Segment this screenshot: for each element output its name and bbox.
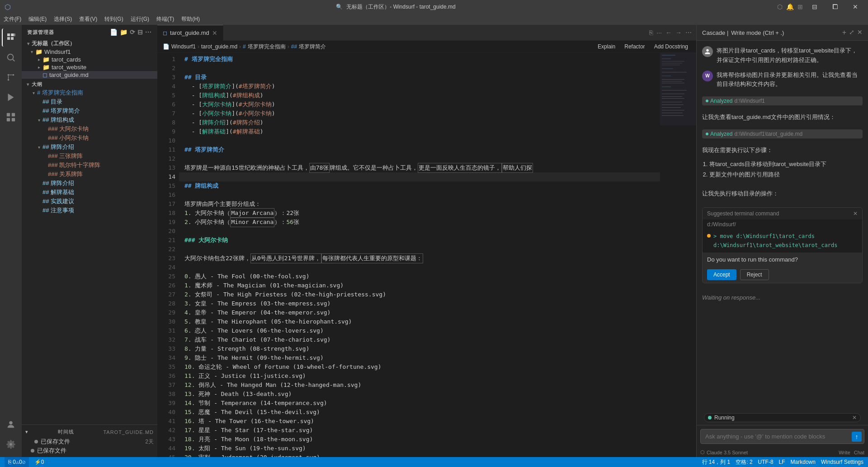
timeline-header[interactable]: ▾ 时间线 tarot_guide.md [22, 427, 157, 437]
outline-relation-item[interactable]: ### 关系牌阵 [22, 170, 157, 179]
menu-run[interactable]: 运行(G) [127, 14, 153, 24]
outline-deck-item[interactable]: ▾ ## 牌阵介绍 [22, 143, 157, 152]
collapse-icon[interactable]: ⊟ [137, 29, 143, 36]
remote-status[interactable]: ⎘ 0△0⊘ [5, 457, 29, 467]
explain-button[interactable]: Explain [595, 43, 618, 51]
menu-help[interactable]: 帮助(H) [178, 14, 203, 24]
ln29: 29 [161, 308, 175, 317]
activity-search[interactable] [2, 48, 20, 67]
running-close[interactable]: ✕ [852, 415, 857, 421]
refactor-button[interactable]: Refactor [622, 43, 647, 51]
indent-size[interactable]: 空格: 2 [736, 458, 752, 466]
ai-message-2-text: 让我先查看tarot_guide.md文件中的图片引用情况： [702, 113, 863, 122]
cmd-close-icon[interactable]: ✕ [853, 210, 858, 217]
menu-edit[interactable]: 编辑(E) [25, 14, 50, 24]
outline-section-header[interactable]: ▾ 大纲 [22, 81, 157, 88]
tab-tarot-guide[interactable]: ◻ tarot_guide.md ✕ [157, 25, 223, 41]
reject-button[interactable]: Reject [740, 269, 769, 280]
tarot-cards-icon: 📁 [42, 56, 50, 63]
activity-run[interactable] [2, 88, 20, 106]
ai-panel-header: Cascade | Write mode (Ctrl + .) + ⤢ ✕ [697, 25, 868, 41]
menu-terminal[interactable]: 终端(T) [153, 14, 178, 24]
tab-options-icon[interactable]: ⋯ [684, 28, 693, 37]
outline-structure-item[interactable]: ▾ ## 牌组构成 [22, 115, 157, 124]
user-avatar [702, 46, 713, 57]
write-mode-label[interactable]: Write mode (Ctrl + .) [731, 29, 784, 36]
outline-card-item[interactable]: ## 牌阵介绍 [22, 179, 157, 188]
split-editor-icon[interactable]: ⎘ [648, 28, 654, 37]
chat-mode-footer[interactable]: Chat [854, 450, 864, 455]
timeline-item-1[interactable]: 已保存文件 2天 [22, 437, 157, 446]
ln20: 20 [161, 227, 175, 236]
activity-source-control[interactable] [2, 68, 20, 86]
accept-button[interactable]: Accept [707, 269, 736, 280]
outline-major-item[interactable]: ### 大阿尔卡纳 [22, 124, 157, 133]
ai-send-button[interactable]: ↑ [852, 432, 862, 442]
workspace-label: 无标题（工作区） [32, 40, 75, 48]
outline-practice-item[interactable]: ## 实践建议 [22, 197, 157, 206]
workspace-arrow: ▾ [25, 41, 31, 46]
more-icon[interactable]: ··· [656, 28, 663, 37]
add-docstring-button[interactable]: Add Docstring [651, 43, 691, 51]
tree-item-tarot-website[interactable]: ▸ 📁 tarot_website [22, 63, 157, 71]
outline-celtic-item[interactable]: ### 凯尔特十字牌阵 [22, 161, 157, 170]
analyzed-path-1: d:\Windsurf1 [734, 98, 764, 104]
minimize-button[interactable]: ⊟ [807, 0, 823, 14]
ln6: 6 [161, 100, 175, 109]
outline-title-item[interactable]: ▾ # 塔罗牌完全指南 [22, 88, 157, 97]
maximize-button[interactable]: ⧠ [826, 0, 844, 14]
write-mode-footer[interactable]: Write [839, 450, 850, 455]
breadcrumb-section2[interactable]: 塔罗牌简介 [299, 43, 326, 51]
outline-intro-item[interactable]: ## 塔罗牌简介 [22, 106, 157, 115]
code-line-35: 10. 命运之轮 - Wheel of Fortune (10-wheel-of… [179, 362, 660, 372]
workspace-item[interactable]: ▾ 无标题（工作区） [22, 39, 157, 48]
breadcrumb-section1[interactable]: 塔罗牌完全指南 [248, 43, 286, 51]
expand-icon[interactable]: ⤢ [849, 29, 854, 37]
ln33: 33 [161, 344, 175, 353]
menu-bar: 文件(F) 编辑(E) 选择(S) 查看(V) 转到(G) 运行(G) 终端(T… [0, 14, 868, 25]
activity-settings[interactable] [2, 435, 20, 453]
code-editor[interactable]: # 塔罗牌完全指南 ## 目录 - [塔罗牌简介](#塔罗牌简介) - [牌组构… [179, 53, 660, 457]
menu-select[interactable]: 选择(S) [50, 14, 75, 24]
nav-forward-icon[interactable]: → [675, 28, 683, 37]
code-line-13: 塔罗牌是一种源自15世纪欧洲的神秘占卜工具，由78张牌组成。它不仅是一种占卜工具… [179, 163, 660, 172]
menu-view[interactable]: 查看(V) [75, 14, 101, 24]
breadcrumb-file[interactable]: tarot_guide.md [201, 43, 237, 50]
outline-toc-item[interactable]: ## 目录 [22, 97, 157, 106]
breadcrumb-sep1: › [198, 43, 199, 50]
cursor-position[interactable]: 行 14，列 1 [702, 458, 731, 466]
outline-three-item[interactable]: ### 三张牌阵 [22, 152, 157, 161]
nav-back-icon[interactable]: ← [665, 28, 673, 37]
close-panel-icon[interactable]: ✕ [857, 29, 863, 37]
windsurf-settings[interactable]: Windsurf Settings [821, 459, 863, 465]
activity-extensions[interactable] [2, 108, 20, 126]
tree-item-tarot-cards[interactable]: ▸ 📁 tarot_cards [22, 56, 157, 63]
analyzed-pill-1: Analyzed d:\Windsurf1 [702, 96, 863, 105]
new-chat-icon[interactable]: + [842, 29, 846, 37]
refresh-icon[interactable]: ⟳ [130, 29, 136, 36]
tree-item-windsurf1[interactable]: ▾ 📁 Windsurf1 [22, 48, 157, 56]
tree-item-tarot-guide[interactable]: ◻ tarot_guide.md [22, 71, 157, 79]
tab-close-button[interactable]: ✕ [212, 29, 217, 37]
more-actions-icon[interactable]: ··· [145, 29, 152, 36]
timeline-item-2[interactable]: 已保存文件 [22, 446, 157, 455]
activity-explorer[interactable] [2, 29, 20, 47]
new-folder-icon[interactable]: 📁 [120, 29, 128, 36]
breadcrumb-windsurf1[interactable]: Windsurf1 [171, 43, 196, 50]
activity-account[interactable] [2, 415, 20, 434]
close-button[interactable]: ✕ [847, 0, 863, 14]
code-line-9: - [解牌基础](#解牌基础) [179, 127, 660, 136]
line-ending[interactable]: LF [779, 459, 785, 465]
encoding[interactable]: UTF-8 [758, 459, 774, 465]
menu-file[interactable]: 文件(F) [0, 14, 25, 24]
errors-warnings[interactable]: ⚡0 [34, 459, 44, 465]
language-mode[interactable]: Markdown [791, 459, 816, 465]
outline-basics-item[interactable]: ## 解牌基础 [22, 188, 157, 197]
ai-input[interactable] [700, 429, 864, 444]
menu-goto[interactable]: 转到(G) [101, 14, 127, 24]
code-line-15: ## 牌组构成 [179, 181, 660, 191]
layout-icon: ⊞ [797, 3, 803, 10]
new-file-icon[interactable]: 📄 [110, 29, 118, 36]
outline-minor-item[interactable]: ### 小阿尔卡纳 [22, 133, 157, 143]
outline-notes-item[interactable]: ## 注意事项 [22, 206, 157, 215]
